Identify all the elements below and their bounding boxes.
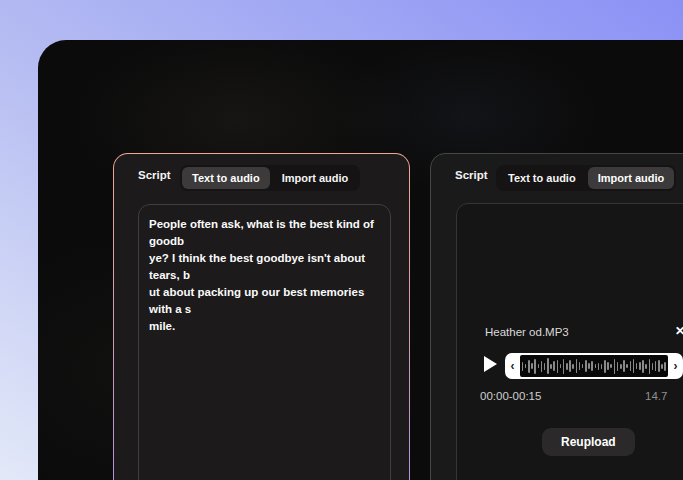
tab-import-audio[interactable]: Import audio [272,167,359,189]
selection-time-range: 00:00-00:15 [480,390,541,402]
reupload-button[interactable]: Reupload [542,428,635,456]
waveform-bar [639,362,641,370]
waveform-bar [604,360,606,373]
waveform-bar [645,364,647,369]
waveform-bar [560,364,562,368]
waveform-bar [553,361,555,371]
script-textarea[interactable]: People often ask, what is the best kind … [138,204,391,480]
tab-text-to-audio[interactable]: Text to audio [182,167,270,189]
waveform-bar [563,359,565,374]
waveform-bar [614,359,616,374]
script-label: Script [138,169,171,181]
tab-import-audio[interactable]: Import audio [588,167,675,189]
waveform-bar [544,363,546,370]
script-label: Script [455,169,488,181]
waveform-bar [658,360,660,372]
waveform-bar [538,364,540,368]
audio-scrubber[interactable]: ‹ › [505,353,683,379]
script-panel-left: Script Text to audio Import audio People… [113,153,410,480]
script-panel-left-body: Script Text to audio Import audio People… [114,154,409,480]
waveform-bar [598,363,600,370]
waveform-bar [633,359,635,373]
imported-audio-container: Heather od.MP3 ✕ ‹ › 00:00-00:15 14.7 Re… [456,203,683,480]
waveform[interactable] [520,355,668,377]
waveform-bar [607,362,609,370]
waveform-bar [626,364,628,368]
waveform-bar [550,364,552,369]
audio-source-tabs: Text to audio Import audio [180,165,360,191]
waveform-bar [547,358,549,374]
waveform-bar [576,359,578,373]
waveform-bar [541,361,543,372]
waveform-bar [531,363,533,369]
audio-duration: 14.7 [645,390,667,402]
waveform-bar [557,360,559,373]
waveform-bar [649,359,651,374]
waveform-bar [528,360,530,373]
waveform-bar [566,363,568,370]
waveform-bar [623,360,625,372]
waveform-bar [617,362,619,371]
app-window: Script Text to audio Import audio People… [38,40,683,480]
trim-handle-left[interactable]: ‹ [505,353,520,379]
waveform-bar [582,364,584,368]
waveform-bar [525,364,527,368]
waveform-bar [630,361,632,371]
waveform-bar [601,364,603,369]
waveform-bar [661,364,663,369]
close-icon[interactable]: ✕ [675,324,683,338]
waveform-bar [652,363,654,370]
audio-source-tabs: Text to audio Import audio [496,165,676,191]
waveform-bar [522,362,524,371]
waveform-bar [591,361,593,371]
waveform-bar [610,364,612,368]
play-icon[interactable] [484,356,497,372]
page-background: Script Text to audio Import audio People… [0,0,683,480]
waveform-bar [620,364,622,369]
waveform-bar [595,364,597,368]
audio-filename: Heather od.MP3 [485,326,569,338]
trim-handle-right[interactable]: › [668,353,683,379]
waveform-bar [585,360,587,372]
waveform-bar [642,360,644,373]
waveform-bar [534,359,536,374]
waveform-bar [569,360,571,372]
waveform-bar [655,361,657,371]
script-panel-right: Script Text to audio Import audio Heathe… [430,153,683,480]
waveform-bar [572,364,574,369]
waveform-bar [636,363,638,369]
waveform-bar [579,362,581,370]
waveform-bar [588,363,590,369]
tab-text-to-audio[interactable]: Text to audio [498,167,586,189]
waveform-bar [664,362,666,371]
